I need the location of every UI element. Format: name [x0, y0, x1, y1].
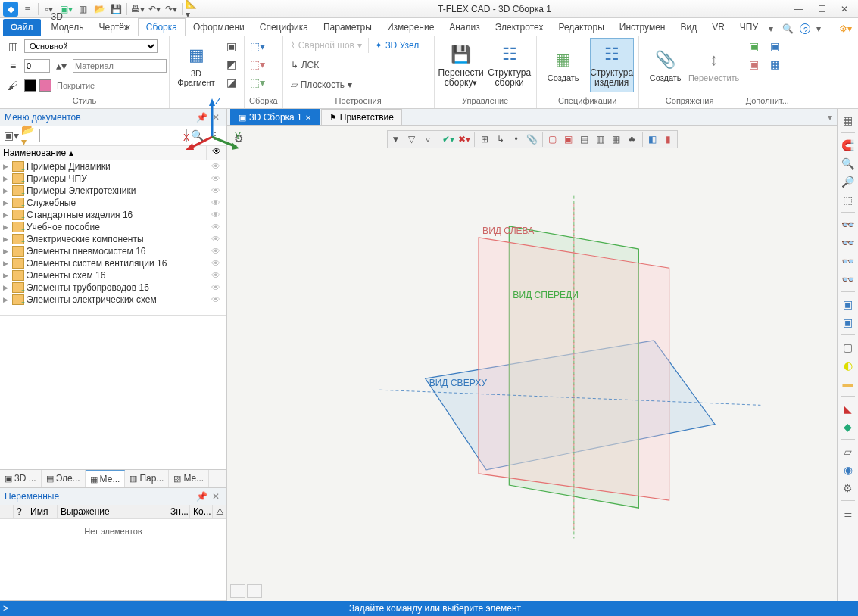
tab-electro[interactable]: Электротех: [488, 19, 551, 36]
create-spec-button[interactable]: ▦ Создать: [541, 38, 585, 92]
btab-menu[interactable]: ▦ Ме...: [86, 470, 126, 487]
coating-input[interactable]: [55, 79, 148, 92]
tab-tools[interactable]: Инструмен: [612, 19, 673, 36]
rt-face-icon[interactable]: ▬: [840, 375, 856, 392]
move-assembly-button[interactable]: 💾 Перенестисборку▾: [439, 38, 483, 92]
open-icon[interactable]: 📂: [92, 2, 107, 17]
close-button[interactable]: ✕: [834, 2, 855, 17]
assembly-structure-button[interactable]: ☷ Структурасборки: [488, 38, 532, 92]
rt-zoom-fit-icon[interactable]: 🔍: [840, 155, 856, 172]
tab-view[interactable]: Вид: [672, 19, 704, 36]
btab-elem[interactable]: ▤ Эле...: [42, 470, 86, 487]
tab-bom[interactable]: Специфика: [252, 19, 316, 36]
tab-cnc[interactable]: ЧПУ: [732, 19, 766, 36]
rt-cube1-icon[interactable]: ▣: [840, 296, 856, 313]
weld-seam-button[interactable]: ⌇ Сварной шов ▾: [288, 38, 365, 53]
asm-btn-1[interactable]: ⬚▾: [249, 38, 266, 54]
tab-params[interactable]: Параметры: [316, 19, 379, 36]
rt-section2-icon[interactable]: ◆: [840, 418, 856, 435]
ribbon-dropdown-icon[interactable]: ▾: [766, 22, 776, 36]
asm-btn-2[interactable]: ⬚▾: [249, 56, 266, 73]
chevron-down-icon[interactable]: ▾: [813, 22, 824, 36]
save-icon[interactable]: 💾: [108, 2, 123, 17]
extra-1[interactable]: ▣: [746, 38, 763, 54]
rt-zoom-area-icon[interactable]: ⬚: [840, 191, 856, 208]
viewport-split1[interactable]: [230, 584, 245, 598]
rt-glasses2-icon[interactable]: 👓: [840, 235, 856, 251]
redo-icon[interactable]: ↷▾: [164, 2, 179, 17]
extra-3[interactable]: ▣: [767, 38, 784, 54]
measure-icon[interactable]: 📐▾: [186, 2, 201, 17]
rt-view-icon[interactable]: ▦: [840, 112, 856, 129]
rt-cube2-icon[interactable]: ▣: [840, 314, 856, 331]
tab-file[interactable]: Файл: [3, 19, 41, 36]
rt-magnet-icon[interactable]: 🧲: [840, 137, 856, 154]
tab-assembly[interactable]: Сборка: [138, 18, 186, 36]
product-structure-button[interactable]: ☷ Структураизделия: [590, 38, 634, 92]
extra-4[interactable]: ▦: [767, 56, 784, 73]
move-mate-button[interactable]: ↕ Переместить: [692, 38, 736, 92]
maximize-button[interactable]: ☐: [811, 2, 832, 17]
tab-analysis[interactable]: Анализ: [441, 19, 488, 36]
help-icon[interactable]: ?: [800, 23, 810, 34]
btab-3d[interactable]: ▣ 3D ...: [0, 470, 42, 487]
create-mate-button[interactable]: 📎 Создать: [644, 38, 688, 92]
3d-node-button[interactable]: ✦ 3D Узел: [372, 38, 422, 53]
3d-fragment-button[interactable]: ▦ 3D Фрагмент: [174, 38, 218, 92]
undo-icon[interactable]: ↶▾: [147, 2, 162, 17]
rt-material-icon[interactable]: ◉: [840, 462, 856, 478]
rt-wire-icon[interactable]: ▢: [840, 339, 856, 356]
config-icon[interactable]: ▥: [5, 38, 21, 54]
axis-gizmo[interactable]: Z X Y: [182, 95, 791, 571]
tab-measure[interactable]: Измерение: [379, 19, 441, 36]
color-swatch-pink[interactable]: [39, 79, 51, 92]
rt-section1-icon[interactable]: ◣: [840, 400, 856, 417]
rt-glasses3-icon[interactable]: 👓: [840, 253, 856, 269]
plane-button[interactable]: ▱ Плоскость ▾: [288, 77, 355, 92]
rt-glasses4-icon[interactable]: 👓: [840, 271, 856, 288]
frag-opt2-icon[interactable]: ◩: [223, 56, 239, 73]
vars-col-name[interactable]: Имя: [27, 505, 58, 518]
vars-col-0[interactable]: [0, 505, 14, 518]
color-swatch-black[interactable]: [24, 79, 36, 92]
rt-zoom-in-icon[interactable]: 🔎: [840, 173, 856, 190]
extra-2[interactable]: ▣: [746, 56, 763, 73]
print-icon[interactable]: 🖶▾: [130, 2, 145, 17]
doc-search-input[interactable]: [39, 129, 187, 142]
menu-icon[interactable]: ≡: [20, 2, 35, 17]
viewport-split2[interactable]: [247, 584, 262, 598]
vars-col-q[interactable]: ?: [14, 505, 27, 518]
3d-viewport[interactable]: ВИД СЛЕВА ВИД СПЕРЕДИ ВИД СВЕРХУ Z X Y: [227, 126, 837, 601]
doc-tool-2[interactable]: 📂▾: [21, 127, 38, 144]
tab-vr[interactable]: VR: [704, 19, 732, 36]
frag-opt1-icon[interactable]: ▣: [223, 38, 239, 54]
rt-glasses1-icon[interactable]: 👓: [840, 216, 856, 233]
btab-param[interactable]: ▥ Пар...: [125, 470, 169, 487]
rt-layers-icon[interactable]: ≣: [840, 505, 856, 521]
paint-icon[interactable]: 🖌: [5, 77, 21, 94]
config-select[interactable]: Основной: [24, 39, 158, 53]
app-logo-icon[interactable]: ◆: [3, 2, 18, 17]
tab-annotate[interactable]: Оформлени: [186, 19, 252, 36]
frag-opt3-icon[interactable]: ◪: [223, 74, 239, 91]
tab-editors[interactable]: Редакторы: [551, 19, 611, 36]
thickness-input[interactable]: [24, 59, 50, 73]
thickness-step-icon[interactable]: ▴▾: [53, 58, 70, 74]
col-name-header[interactable]: Наименование ▴: [0, 146, 207, 160]
search-icon[interactable]: 🔍: [779, 22, 797, 36]
quick-access-toolbar: ◆ ≡ ▫▾ ▣▾ ▥ 📂 💾 🖶▾ ↶▾ ↷▾ 📐▾: [3, 2, 201, 17]
doc-tool-1[interactable]: ▣▾: [3, 127, 20, 144]
vars-col-expr[interactable]: Выражение: [58, 505, 167, 518]
doctab-dropdown[interactable]: ▾: [823, 110, 837, 125]
lcs-button[interactable]: ↳ ЛСК: [288, 58, 323, 73]
tab-3d-model[interactable]: 3D Модель: [44, 8, 92, 36]
rt-shade-icon[interactable]: ◐: [840, 357, 856, 374]
minimize-button[interactable]: —: [788, 2, 810, 17]
rt-persp-icon[interactable]: ▱: [840, 443, 856, 460]
rt-settings-icon[interactable]: ⚙: [840, 480, 856, 496]
gear-icon[interactable]: ⚙▾: [836, 22, 855, 36]
thickness-icon[interactable]: ≡: [5, 58, 21, 74]
material-input[interactable]: [73, 59, 167, 73]
tab-drawing[interactable]: Чертёж: [92, 19, 138, 36]
asm-btn-3[interactable]: ⬚▾: [249, 74, 266, 91]
